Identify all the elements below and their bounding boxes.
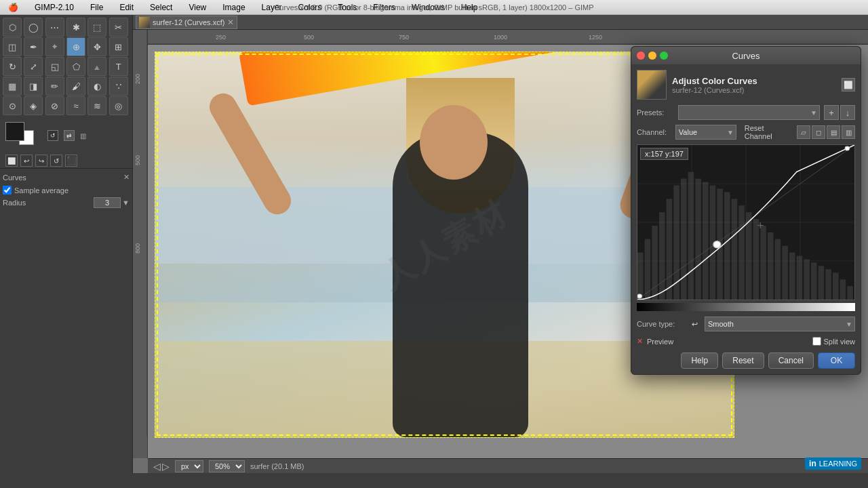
tool-rotate[interactable]: ↻ <box>3 57 22 76</box>
tool-free-select[interactable]: ⋯ <box>45 18 64 37</box>
tool-color-picker[interactable]: ⌖ <box>45 37 64 56</box>
select-menu[interactable]: Select <box>147 3 175 12</box>
tool-heal[interactable]: ◈ <box>24 96 43 115</box>
channel-view-bar-icon[interactable]: ▥ <box>842 125 855 139</box>
tool-paths[interactable]: ✒ <box>24 37 43 56</box>
tool-perspective[interactable]: ⬠ <box>66 57 85 76</box>
close-thumbnail-icon[interactable]: ✕ <box>227 18 234 27</box>
svg-rect-35 <box>753 219 760 300</box>
maximize-button[interactable] <box>660 52 668 60</box>
channel-row: Channel: Value Red Green Blue Alpha ▼ Re… <box>637 124 855 140</box>
help-button[interactable]: Help <box>681 352 718 369</box>
tool-blend[interactable]: ◨ <box>24 77 43 96</box>
quick-mask-icon[interactable]: ▥ <box>80 132 86 140</box>
tool-smudge[interactable]: ≈ <box>66 96 85 115</box>
tool-fill[interactable]: ▦ <box>3 77 22 96</box>
tool-blur[interactable]: ≋ <box>87 96 106 115</box>
split-view-label[interactable]: Split view <box>812 337 855 346</box>
tool-by-color[interactable]: ⬚ <box>87 18 106 37</box>
tool-fuzzy-select[interactable]: ✱ <box>66 18 85 37</box>
tool-rectangle-select[interactable]: ⬡ <box>3 18 22 37</box>
reset-button[interactable]: Reset <box>722 352 764 369</box>
sample-average-checkbox[interactable] <box>3 186 12 195</box>
presets-icons: + ↓ <box>824 105 855 120</box>
tool-move[interactable]: ✥ <box>87 37 106 56</box>
color-swatches-area: ↺ ⇄ ▥ <box>0 118 132 153</box>
app-name-menu[interactable]: GIMP-2.10 <box>32 3 77 12</box>
swap-colors-icon[interactable]: ⇄ <box>64 130 75 141</box>
unit-selector[interactable]: px <box>175 460 203 472</box>
tool-airbrush[interactable]: ∵ <box>109 77 128 96</box>
curves-expand-icon[interactable]: ⬜ <box>842 78 855 92</box>
tool-dodge-burn[interactable]: ◎ <box>109 96 128 115</box>
window-mode-icon[interactable]: ⬛ <box>65 155 77 167</box>
reset-colors-icon[interactable]: ↺ <box>47 130 58 141</box>
tool-shear[interactable]: ◱ <box>45 57 64 76</box>
edit-menu[interactable]: Edit <box>117 3 136 12</box>
import-preset-icon[interactable]: ↓ <box>840 105 855 120</box>
foreground-color-swatch[interactable] <box>5 122 24 141</box>
open-icon[interactable]: ↩ <box>20 155 33 167</box>
save-icon[interactable]: ↪ <box>35 155 47 167</box>
tool-ellipse-select[interactable]: ◯ <box>24 18 43 37</box>
apple-menu[interactable]: 🍎 <box>5 3 21 12</box>
split-view-checkbox[interactable] <box>812 337 821 346</box>
tool-align[interactable]: ⊞ <box>109 37 128 56</box>
image-thumbnail-tab[interactable]: surfer-12 (Curves.xcf) ✕ <box>136 16 237 29</box>
file-menu[interactable]: File <box>87 3 106 12</box>
svg-rect-25 <box>681 179 687 300</box>
svg-rect-43 <box>811 262 817 300</box>
view-menu[interactable]: View <box>186 3 209 12</box>
curve-type-dropdown[interactable]: Smooth Linear <box>705 317 855 331</box>
tool-zoom[interactable]: ⊕ <box>66 37 85 56</box>
svg-rect-32 <box>732 199 738 300</box>
curves-graph[interactable]: x:157 y:197 + <box>637 144 855 300</box>
tool-scissors[interactable]: ✂ <box>109 18 128 37</box>
svg-point-49 <box>713 241 721 248</box>
close-button[interactable] <box>637 52 645 60</box>
radius-expand[interactable]: ▼ <box>122 199 130 207</box>
preview-row: ✕ Preview Split view <box>637 337 855 346</box>
tool-clone[interactable]: ⊘ <box>45 96 64 115</box>
cancel-button[interactable]: Cancel <box>768 352 814 369</box>
channel-view-linear-icon[interactable]: ▱ <box>797 125 810 139</box>
linkedin-badge: in LEARNING <box>805 458 861 470</box>
preview-checkbox-label[interactable]: ✕ Preview <box>637 337 673 346</box>
add-preset-icon[interactable]: + <box>824 105 839 120</box>
tool-flip[interactable]: ⟁ <box>87 57 106 76</box>
undo-icon[interactable]: ↺ <box>50 155 62 167</box>
new-image-icon[interactable]: ⬜ <box>5 155 18 167</box>
tool-eraser[interactable]: ◐ <box>87 77 106 96</box>
channel-view-perceptual-icon[interactable]: ◻ <box>812 125 825 139</box>
channel-view-histogram-icon[interactable]: ▤ <box>827 125 840 139</box>
curves-titlebar[interactable]: Curves <box>631 47 861 64</box>
ok-button[interactable]: OK <box>818 352 855 369</box>
svg-rect-21 <box>652 226 658 300</box>
image-menu[interactable]: Image <box>220 3 248 12</box>
nav-left-icon[interactable]: ◁ <box>153 461 161 472</box>
svg-rect-19 <box>637 253 644 300</box>
svg-rect-26 <box>688 172 694 300</box>
reset-channel-button[interactable]: Reset Channel <box>745 124 790 140</box>
svg-rect-7 <box>133 30 148 436</box>
presets-label: Presets: <box>637 108 674 117</box>
thumbnail-strip: surfer-12 (Curves.xcf) ✕ <box>133 15 868 30</box>
tool-fg-select[interactable]: ◫ <box>3 37 22 56</box>
curves-dialog: Curves Adjust Color Curves surfer-12 (Cu… <box>631 46 861 375</box>
zoom-selector[interactable]: 50% <box>209 460 245 472</box>
sample-average-row: Sample average <box>3 184 130 196</box>
tool-pencil[interactable]: ✏ <box>45 77 64 96</box>
options-close-icon[interactable]: ✕ <box>123 173 130 182</box>
tool-ink[interactable]: ⊙ <box>3 96 22 115</box>
preview-close-icon[interactable]: ✕ <box>637 337 643 346</box>
tool-scale[interactable]: ⤢ <box>24 57 43 76</box>
channel-dropdown[interactable]: Value Red Green Blue Alpha <box>675 125 736 140</box>
radius-input[interactable] <box>94 197 121 208</box>
nav-controls: ◁ ▷ <box>153 461 170 472</box>
minimize-button[interactable] <box>648 52 656 60</box>
tool-paintbrush[interactable]: 🖌 <box>66 77 85 96</box>
thumbnail-image <box>139 17 150 28</box>
tool-text[interactable]: T <box>109 57 128 76</box>
presets-dropdown[interactable] <box>678 105 820 120</box>
nav-right-icon[interactable]: ▷ <box>162 461 170 472</box>
